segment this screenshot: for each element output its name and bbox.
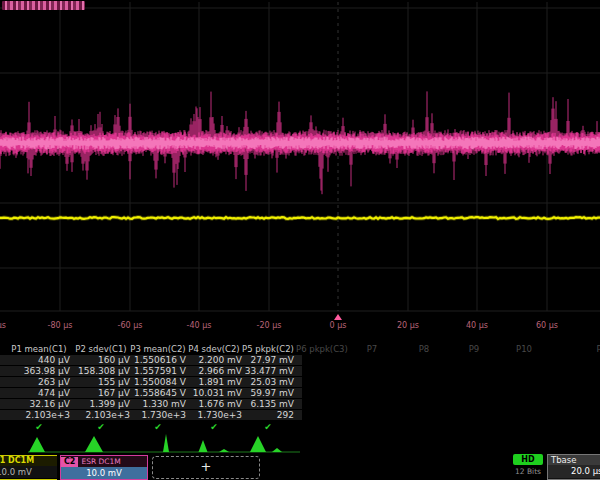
channel-c2-badge: C2 bbox=[61, 457, 78, 467]
measurement-cell: 1.730e+3 bbox=[130, 410, 186, 420]
time-tick-label: -80 µs bbox=[48, 321, 73, 330]
measurement-cell: 1.399 µV bbox=[72, 399, 130, 409]
measurement-cell: 1.550084 V bbox=[130, 377, 186, 387]
measurement-cell: 1.550616 V bbox=[130, 355, 186, 365]
timebase-scale: 20.0 µs/div bbox=[548, 465, 600, 478]
measurement-header-p5[interactable]: P5 pkpk(C2) bbox=[242, 344, 294, 354]
time-tick-label: -100 µs bbox=[0, 321, 6, 330]
measurement-header-dim[interactable]: P9 bbox=[454, 344, 494, 354]
measurement-cell: 158.308 µV bbox=[72, 366, 130, 376]
time-axis: -100 µs-80 µs-60 µs-40 µs-20 µs0 µs20 µs… bbox=[0, 312, 600, 342]
hd-bits-label: 12 Bits bbox=[508, 467, 548, 476]
measurement-header-dim[interactable]: P8 bbox=[404, 344, 444, 354]
oscilloscope-screen: -100 µs-80 µs-60 µs-40 µs-20 µs0 µs20 µs… bbox=[0, 0, 600, 480]
timebase-box[interactable]: Tbase 20.0 µs/div bbox=[547, 454, 600, 480]
histicon-peak bbox=[199, 440, 208, 452]
measurement-cell: 2.103e+3 bbox=[72, 410, 130, 420]
measurement-status-check: ✔ bbox=[242, 421, 294, 433]
measurement-status-check: ✔ bbox=[186, 421, 242, 433]
measurement-status-check: ✔ bbox=[72, 421, 130, 433]
plus-icon: + bbox=[201, 459, 212, 474]
measurement-cell: 25.03 mV bbox=[242, 377, 294, 387]
measurement-header-dim[interactable]: P7 bbox=[352, 344, 392, 354]
measurement-cell: 2.966 mV bbox=[186, 366, 242, 376]
measurement-cell: 10.031 mV bbox=[186, 388, 242, 398]
measurement-table: P1 mean(C1)440 µV363.98 µV263 µV474 µV32… bbox=[0, 343, 600, 435]
measurement-cell: 59.97 mV bbox=[242, 388, 294, 398]
measurement-cell: 292 bbox=[242, 410, 294, 420]
channel-c1-label: C1 DC1M bbox=[0, 456, 57, 466]
measurement-cell: 160 µV bbox=[72, 355, 130, 365]
time-tick-label: 0 µs bbox=[330, 321, 347, 330]
measurement-cell: 363.98 µV bbox=[8, 366, 70, 376]
measurement-header-dim[interactable]: P10 bbox=[504, 344, 544, 354]
hd-mode-badge[interactable]: HD bbox=[513, 454, 543, 465]
time-tick-label: 60 µs bbox=[536, 321, 558, 330]
channel-c2-coupling: ESR DC1M bbox=[81, 457, 120, 466]
trigger-time-marker[interactable] bbox=[334, 314, 342, 320]
histicon-peak bbox=[250, 436, 266, 452]
time-tick-label: -40 µs bbox=[187, 321, 212, 330]
measurement-cell: 2.200 mV bbox=[186, 355, 242, 365]
measurement-header-p2[interactable]: P2 sdev(C1) bbox=[72, 344, 130, 354]
measurement-cell: 440 µV bbox=[8, 355, 70, 365]
channel-c2-scale: 10.0 mV bbox=[61, 467, 147, 479]
measurement-cell: 33.477 mV bbox=[242, 366, 294, 376]
measurement-cell: 1.730e+3 bbox=[186, 410, 242, 420]
measurement-cell: 167 µV bbox=[72, 388, 130, 398]
measurement-cell: 1.891 mV bbox=[186, 377, 242, 387]
channel-c1-descriptor[interactable]: C1 DC1M 10.0 mV bbox=[0, 455, 57, 480]
channel-c2-descriptor[interactable]: C2 ESR DC1M 10.0 mV bbox=[60, 455, 148, 480]
graticule bbox=[0, 2, 600, 311]
measurement-header-p1[interactable]: P1 mean(C1) bbox=[8, 344, 70, 354]
measurement-header-p4[interactable]: P4 sdev(C2) bbox=[186, 344, 242, 354]
measurement-header-dim[interactable]: P bbox=[584, 344, 600, 354]
waveform-display[interactable] bbox=[0, 0, 600, 318]
time-tick-label: 40 µs bbox=[466, 321, 488, 330]
measurement-status-check: ✔ bbox=[8, 421, 70, 433]
histicon-peak bbox=[85, 436, 103, 452]
measurement-status-check: ✔ bbox=[130, 421, 186, 433]
channel-c1-scale: 10.0 mV bbox=[0, 466, 57, 478]
timebase-descriptor[interactable]: Tbase 20.0 µs/div bbox=[547, 454, 600, 480]
measurement-cell: 6.135 mV bbox=[242, 399, 294, 409]
channel-c2-header: C2 ESR DC1M bbox=[61, 456, 147, 467]
measurement-cell: 155 µV bbox=[72, 377, 130, 387]
measurement-cell: 474 µV bbox=[8, 388, 70, 398]
measurement-cell: 2.103e+3 bbox=[8, 410, 70, 420]
histicon-peak bbox=[29, 437, 45, 452]
measurement-cell: 1.558645 V bbox=[130, 388, 186, 398]
channel-c1-box[interactable]: C1 DC1M 10.0 mV bbox=[0, 455, 57, 480]
add-trace-button[interactable]: + bbox=[152, 456, 260, 479]
time-tick-label: -60 µs bbox=[118, 321, 143, 330]
measurement-header-dim[interactable]: P6 pkpk(C3) bbox=[296, 344, 346, 354]
measurement-cell: 1.330 mV bbox=[130, 399, 186, 409]
measurement-cell: 263 µV bbox=[8, 377, 70, 387]
histicon-peak bbox=[163, 434, 169, 452]
bottom-bar: C1 DC1M 10.0 mV C2 ESR DC1M 10.0 mV + HD… bbox=[0, 452, 600, 480]
measurement-cell: 1.557591 V bbox=[130, 366, 186, 376]
time-tick-label: 20 µs bbox=[397, 321, 419, 330]
measurement-cell: 1.676 mV bbox=[186, 399, 242, 409]
measurement-header-p3[interactable]: P3 mean(C2) bbox=[130, 344, 186, 354]
logo-badge bbox=[2, 1, 85, 10]
measurement-cell: 32.16 µV bbox=[8, 399, 70, 409]
measurement-cell: 27.97 mV bbox=[242, 355, 294, 365]
timebase-label: Tbase bbox=[548, 455, 600, 465]
time-tick-label: -20 µs bbox=[257, 321, 282, 330]
